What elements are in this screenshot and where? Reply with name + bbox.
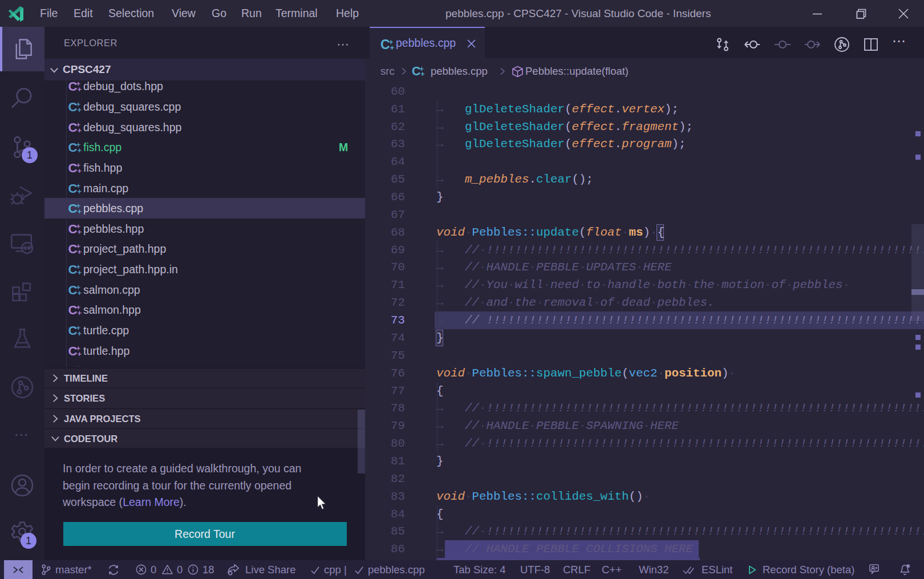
svg-text:+: + <box>77 309 82 317</box>
svg-text:+: + <box>77 228 82 236</box>
svg-text:+: + <box>77 288 82 297</box>
svg-text:+: + <box>390 43 395 52</box>
svg-text:+: + <box>77 187 82 195</box>
svg-text:+: + <box>420 70 424 78</box>
svg-text:+: + <box>77 329 82 338</box>
svg-text:+: + <box>77 349 82 358</box>
svg-text:+: + <box>77 146 82 155</box>
svg-text:+: + <box>77 106 82 114</box>
svg-text:+: + <box>77 85 82 94</box>
svg-text:+: + <box>77 125 82 134</box>
svg-text:+: + <box>77 167 82 175</box>
svg-text:+: + <box>77 248 82 256</box>
svg-text:+: + <box>77 268 82 277</box>
svg-text:+: + <box>76 364 80 367</box>
svg-text:+: + <box>77 207 82 216</box>
